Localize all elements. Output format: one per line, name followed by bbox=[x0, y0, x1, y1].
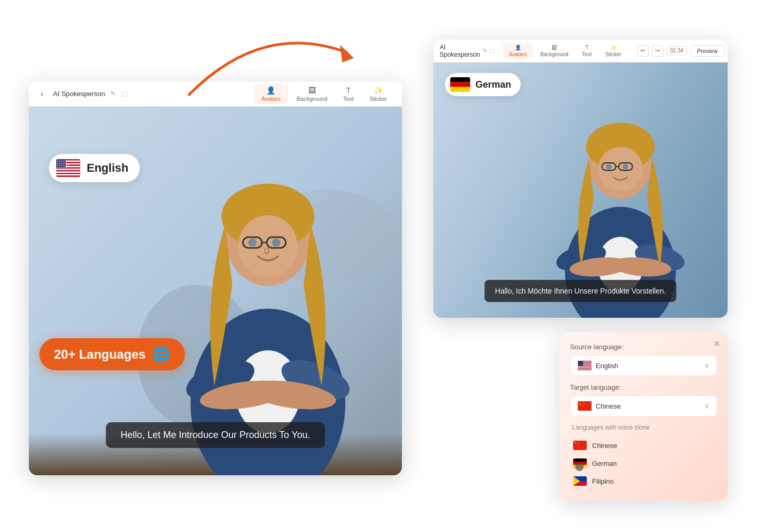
svg-rect-27 bbox=[56, 170, 80, 172]
svg-rect-30 bbox=[56, 174, 80, 176]
svg-point-50 bbox=[606, 164, 612, 170]
language-count-badge: 20+ Languages 🌐 bbox=[39, 338, 185, 370]
target-language-dropdown[interactable]: Chinese ∨ bbox=[570, 395, 717, 416]
arrow-decoration bbox=[158, 11, 378, 105]
edit-icon[interactable]: ✎ bbox=[110, 90, 119, 98]
filipino-flag bbox=[573, 476, 587, 486]
left-editor-window: ‹ AI Spokesperson ✎ ⬚ 👤 Avatars 🖼 Backgr… bbox=[29, 81, 402, 475]
left-subtitle-text: Hello, Let Me Introduce Our Products To … bbox=[121, 430, 310, 440]
svg-rect-83 bbox=[573, 465, 587, 468]
right-title-text: AI Spokesperson bbox=[440, 44, 480, 58]
svg-rect-52 bbox=[450, 77, 470, 82]
left-subtitle-bar: Hello, Let Me Introduce Our Products To … bbox=[106, 422, 325, 448]
right-content-area: German Hallo, Ich Möchte Ihnen Unsere Pr… bbox=[433, 62, 728, 318]
right-tab-background[interactable]: 🖼 Background bbox=[534, 43, 574, 59]
undo-button[interactable]: ↩ bbox=[637, 45, 649, 57]
right-tab-text[interactable]: T Text bbox=[576, 43, 598, 59]
svg-rect-62 bbox=[578, 366, 592, 367]
flag-de bbox=[450, 77, 470, 92]
list-item-chinese[interactable]: Chinese bbox=[570, 436, 717, 454]
right-save-icon[interactable]: ⬚ bbox=[490, 48, 494, 54]
source-dropdown-arrow: ∨ bbox=[704, 362, 709, 369]
german-label-list: German bbox=[592, 460, 617, 467]
svg-rect-65 bbox=[578, 368, 592, 369]
right-window-title: AI Spokesperson ✎ ⬚ bbox=[440, 44, 494, 58]
svg-rect-26 bbox=[56, 169, 80, 170]
right-tab-background-label: Background bbox=[540, 51, 568, 57]
right-avatars-icon: 👤 bbox=[515, 45, 521, 50]
flag-us: ★★★★★★ ★★★★★ ★★★★★★ ★★★★★ bbox=[56, 159, 80, 177]
target-flag-icon bbox=[578, 401, 592, 411]
list-item-german[interactable]: German bbox=[570, 454, 717, 472]
source-language-value: English bbox=[596, 362, 618, 370]
left-content-area: ★★★★★★ ★★★★★ ★★★★★★ ★★★★★ English 20+ La… bbox=[29, 107, 402, 475]
english-label: English bbox=[87, 161, 128, 175]
svg-point-17 bbox=[272, 238, 281, 247]
svg-point-16 bbox=[248, 238, 257, 247]
target-dropdown-arrow: ∨ bbox=[704, 402, 709, 410]
svg-rect-68 bbox=[578, 361, 583, 366]
right-subtitle-bar: Hallo, Ich Möchte Ihnen Unsere Produkte … bbox=[484, 280, 676, 302]
source-flag-icon bbox=[578, 361, 592, 370]
right-sticker-icon: ✨ bbox=[610, 45, 616, 50]
svg-point-51 bbox=[623, 164, 628, 170]
svg-rect-67 bbox=[578, 370, 592, 370]
german-badge: German bbox=[445, 73, 521, 96]
target-language-label: Target language: bbox=[570, 383, 717, 391]
lang-list-label: Languages with voice clone bbox=[570, 424, 717, 431]
right-tab-text-label: Text bbox=[582, 51, 592, 57]
right-toolbar-controls: ↩ ↪ 01:34 Preview Export bbox=[637, 45, 728, 57]
svg-rect-29 bbox=[56, 173, 80, 174]
right-tab-sticker-label: Sticker bbox=[605, 51, 621, 57]
svg-rect-31 bbox=[56, 175, 80, 177]
chinese-flag bbox=[573, 441, 587, 450]
globe-icon: 🌐 bbox=[152, 346, 170, 363]
redo-button[interactable]: ↪ bbox=[652, 45, 664, 57]
target-dropdown-value: Chinese bbox=[578, 401, 621, 411]
source-language-dropdown[interactable]: English ∨ bbox=[570, 355, 717, 376]
right-toolbar: AI Spokesperson ✎ ⬚ 👤 Avatars 🖼 Backgrou… bbox=[433, 39, 728, 62]
svg-rect-63 bbox=[578, 367, 592, 367]
language-panel: ✕ Source language: English ∨ bbox=[559, 332, 728, 500]
svg-point-87 bbox=[574, 480, 576, 482]
german-flag-small bbox=[573, 458, 587, 468]
title-text: AI Spokesperson bbox=[53, 90, 105, 98]
save-icon[interactable]: ⬚ bbox=[122, 90, 130, 98]
svg-point-46 bbox=[598, 147, 642, 191]
chinese-label: Chinese bbox=[592, 442, 617, 450]
svg-rect-28 bbox=[56, 171, 80, 173]
target-language-value: Chinese bbox=[596, 402, 621, 410]
right-edit-icon[interactable]: ✎ bbox=[483, 48, 487, 54]
preview-button[interactable]: Preview bbox=[690, 45, 724, 57]
right-toolbar-tabs: 👤 Avatars 🖼 Background T Text ✨ Sticker bbox=[503, 43, 628, 59]
svg-rect-64 bbox=[578, 368, 592, 368]
right-background-icon: 🖼 bbox=[552, 45, 557, 50]
panel-close-button[interactable]: ✕ bbox=[713, 339, 720, 349]
svg-rect-66 bbox=[578, 369, 592, 369]
timer-display: 01:34 bbox=[667, 46, 687, 55]
right-text-icon: T bbox=[585, 45, 588, 50]
left-window-title: AI Spokesperson ✎ ⬚ bbox=[53, 90, 130, 98]
svg-rect-81 bbox=[573, 458, 587, 462]
filipino-label: Filipino bbox=[592, 477, 614, 485]
language-count-text: 20+ Languages bbox=[54, 347, 146, 362]
source-dropdown-value: English bbox=[578, 361, 618, 370]
list-item-filipino[interactable]: Filipino bbox=[570, 472, 717, 490]
right-tab-sticker[interactable]: ✨ Sticker bbox=[599, 43, 628, 59]
svg-rect-82 bbox=[573, 462, 587, 465]
svg-text:★★★★★: ★★★★★ bbox=[57, 166, 67, 169]
german-label: German bbox=[475, 79, 511, 90]
svg-marker-0 bbox=[337, 45, 356, 65]
svg-rect-69 bbox=[578, 401, 592, 411]
back-button[interactable]: ‹ bbox=[36, 88, 48, 100]
right-subtitle-text: Hallo, Ich Möchte Ihnen Unsere Produkte … bbox=[495, 287, 666, 295]
right-tab-avatars-label: Avatars bbox=[509, 51, 527, 57]
svg-rect-54 bbox=[450, 87, 470, 92]
right-editor-window: AI Spokesperson ✎ ⬚ 👤 Avatars 🖼 Backgrou… bbox=[433, 39, 728, 318]
svg-rect-53 bbox=[450, 82, 470, 87]
right-tab-avatars[interactable]: 👤 Avatars bbox=[503, 43, 533, 59]
source-language-label: Source language: bbox=[570, 343, 717, 351]
english-badge: ★★★★★★ ★★★★★ ★★★★★★ ★★★★★ English bbox=[49, 154, 140, 182]
woman-figure-left bbox=[137, 118, 399, 475]
